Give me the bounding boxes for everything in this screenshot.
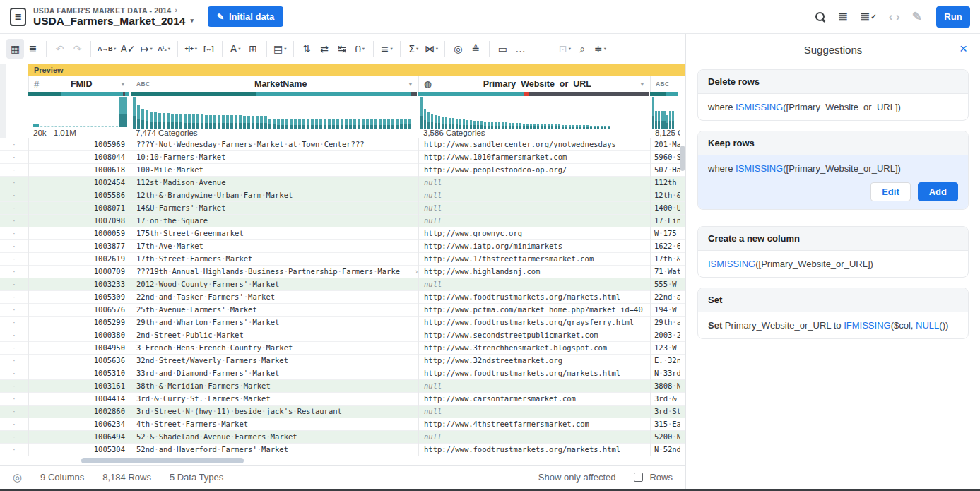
toolbar-standardize-button[interactable]: A→B▾ [95,39,118,59]
cell-street-address[interactable]: 201·Ma [650,138,680,151]
cell-fmid[interactable]: 1002454 [28,177,131,189]
cell-primary-website[interactable]: null [418,380,650,393]
histogram-bar[interactable] [391,119,394,129]
toolbar-filter-button[interactable]: ≡▾ [378,39,396,59]
histogram-bar[interactable] [141,109,144,129]
cell-market-name[interactable]: 12th·&·Brandywine·Urban·Farm·Market [131,189,418,202]
cell-market-name[interactable]: 32nd·Street/Waverly·Farmers·Market [131,355,418,367]
suggestion-card-body[interactable]: ISMISSING([Primary_Website_or_URL]) [698,251,968,277]
histogram-bar[interactable] [396,119,399,129]
histogram-bar[interactable] [519,123,521,129]
toolbar-aggregate-button[interactable]: Σ▾ [405,39,423,59]
cell-fmid[interactable]: 1005310 [28,367,131,380]
histogram-bar[interactable] [290,119,293,129]
histogram-bar[interactable] [495,122,497,129]
cell-street-address[interactable]: 555·W [650,278,680,291]
toolbar-more-options-button[interactable]: … [512,39,529,59]
cell-market-name[interactable]: 17·on·the·Square [131,215,418,227]
histogram-bar[interactable] [205,115,208,129]
cell-primary-website[interactable]: http://www.foodtrustmarkets.org/markets.… [418,444,650,456]
cell-fmid[interactable]: 1005309 [28,291,131,304]
suggestion-card-delete-rows[interactable]: Delete rowswhere ISMISSING([Primary_Webs… [697,69,969,121]
histogram-bar[interactable] [435,115,437,129]
cell-market-name[interactable]: ???19th·Annual·Highlands·Business·Partne… [131,266,418,278]
histogram-bar[interactable] [260,116,263,129]
histogram-bar[interactable] [480,121,483,129]
histogram-bar[interactable] [404,119,407,129]
cell-market-name[interactable]: 52·&·Shadeland·Avenue·Farmers·Market [131,431,418,444]
recipe-list-icon[interactable]: ≣ [838,9,848,24]
vertical-scrollbar-thumb[interactable] [680,146,685,171]
histogram-bar[interactable] [201,114,203,129]
histogram-bar[interactable] [154,112,157,129]
cell-street-address[interactable]: E.·32n [650,355,680,367]
suggestion-card-create-a-new-column[interactable]: Create a new columnISMISSING([Primary_We… [697,226,969,278]
histogram-bar[interactable] [167,113,170,129]
cell-market-name[interactable]: 10:10·Farmers·Market [131,151,418,164]
column-header-FMID[interactable]: #FMID▾ [28,76,131,92]
toolbar-comment-button[interactable]: ▭ [494,39,512,59]
histogram-bar[interactable] [230,115,233,129]
table-row[interactable]: ·100649452·&·Shadeland·Avenue·Farmers·Ma… [0,431,685,444]
histogram-bar[interactable] [222,115,225,129]
cell-street-address[interactable]: 2003·2 [650,329,680,342]
histogram-bar[interactable] [281,119,284,129]
histogram-bar[interactable] [530,124,532,129]
histogram-bar[interactable] [328,119,331,129]
range-high-bar[interactable] [119,97,127,127]
cell-fmid[interactable]: 1002860 [28,406,131,418]
cell-primary-website[interactable]: http://www.foodtrustmarkets.org/graysfer… [418,317,650,329]
histogram-bar[interactable] [247,116,250,129]
column-header-MarketName[interactable]: ABCMarketName▾ [131,76,418,92]
recipe-steps-icon[interactable]: ≣✓ [860,9,877,24]
histogram-bar[interactable] [239,115,242,129]
cell-fmid[interactable]: 1000618 [28,164,131,177]
range-low-bar[interactable] [33,124,39,127]
histogram-bar[interactable] [502,122,504,129]
cell-street-address[interactable]: W·175 [650,227,680,240]
histogram-bar[interactable] [672,111,674,129]
histogram-bar[interactable] [345,119,348,129]
toolbar-profile-button[interactable]: ⌕ [574,39,591,59]
cell-fmid[interactable]: 1005304 [28,444,131,456]
table-row[interactable]: ·100316138th·&·Meridian·Farmers·Marketnu… [0,380,685,393]
histogram-bar[interactable] [498,122,500,129]
cell-fmid[interactable]: 1007098 [28,215,131,227]
histogram-bar[interactable] [427,112,430,129]
histogram-bar[interactable] [226,115,229,129]
cell-primary-website[interactable]: null [418,189,650,202]
toolbar-format-text-button[interactable]: A▾ [227,39,244,59]
toolbar-unpivot-button[interactable]: ⇅ [298,39,316,59]
cell-fmid[interactable]: 1006234 [28,418,131,431]
histogram-bar[interactable] [526,124,529,129]
table-row[interactable]: ·1000059175th·Street·Greenmarkethttp;//w… [0,227,685,240]
table-row[interactable]: ·100558612th·&·Brandywine·Urban·Farm·Mar… [0,189,685,202]
cell-primary-website[interactable]: null [418,177,650,189]
toolbar-functions-button[interactable]: { }▾ [351,39,369,59]
cell-street-address[interactable]: 3rd·St [650,406,680,418]
histogram-bar[interactable] [163,113,165,129]
toolbar-new-column-button[interactable]: ⊞ [244,39,262,59]
chevron-down-icon[interactable]: ▾ [409,81,412,88]
close-icon[interactable]: × [960,42,967,55]
histogram-bar[interactable] [158,113,161,129]
histogram-bar[interactable] [466,120,468,129]
toolbar-move-column-button[interactable]: ↦▾ [138,39,155,59]
cell-fmid[interactable]: 1005586 [28,189,131,202]
table-row[interactable]: ·100657625th·Avenue·Farmers'·Markethttp:… [0,304,685,317]
histogram-bar[interactable] [652,97,654,129]
cell-street-address[interactable]: 112th [650,177,680,189]
histogram-bar[interactable] [663,111,666,129]
cell-primary-website[interactable]: null [418,202,650,215]
toolbar-list-view-button[interactable]: ≣ [24,39,42,59]
edit-button[interactable]: Edit [870,182,911,201]
histogram-bar[interactable] [505,122,507,129]
cell-fmid[interactable]: 1000059 [28,227,131,240]
histogram-bar[interactable] [175,114,178,129]
table-row[interactable]: ·100529929th·and·Wharton·Farmers'·Market… [0,317,685,329]
table-row[interactable]: ·10003802nd·Street·Public·Markethttp://w… [0,329,685,342]
table-row[interactable]: ·100530452nd·and·Haverford·Farmers'·Mark… [0,444,685,456]
cell-market-name[interactable]: 29th·and·Wharton·Farmers'·Market [131,317,418,329]
histogram-bar[interactable] [445,117,447,129]
cell-primary-website[interactable]: http://www.pcfma.com/market_home.php?mar… [418,304,650,317]
